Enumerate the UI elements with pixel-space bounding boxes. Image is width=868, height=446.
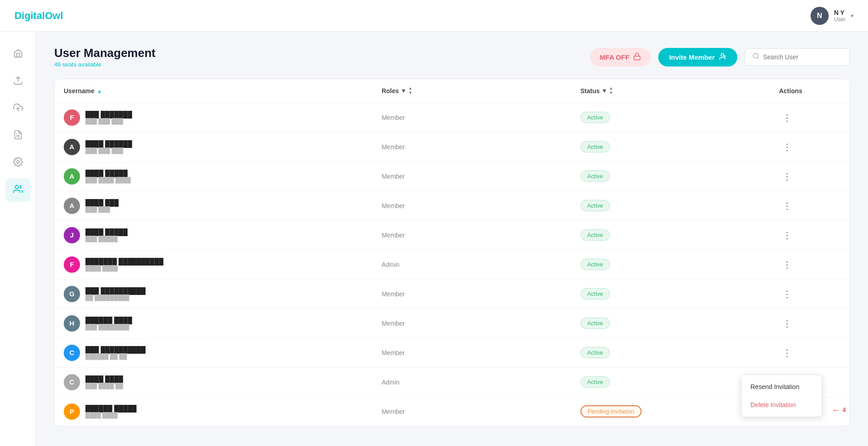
roles-col-header: Roles [382, 87, 399, 95]
user-email: ███ ███ ███ [85, 147, 132, 154]
user-display-name: ████ ███ [85, 199, 118, 206]
status-filter-icon[interactable]: ▼ [601, 87, 607, 94]
logo-part2: Owl [45, 10, 63, 21]
home-icon [13, 48, 23, 61]
user-display-name: ███ ███████ [85, 111, 132, 118]
role-text: Member [382, 173, 405, 180]
top-header: DigitalOwl N N Y User ▾ [0, 0, 868, 32]
user-display-name: ███████ ██████████ [85, 258, 164, 265]
search-input[interactable] [763, 53, 842, 61]
actions-col-header: Actions [779, 87, 802, 95]
actions-dropdown: Resend Invitation Delete Invitation [741, 375, 822, 417]
upload-icon [13, 103, 23, 115]
export-icon [13, 76, 23, 88]
table-row: G ███ ██████████ ██ █████████ Member Act… [55, 279, 849, 308]
chevron-down-icon: ▾ [851, 13, 854, 19]
invite-member-button[interactable]: Invite Member [658, 48, 737, 66]
status-badge: Active [580, 288, 610, 299]
delete-invitation-item[interactable]: Delete Invitation [741, 396, 822, 414]
user-cell: F ███ ███████ ███ ███ ███ [64, 109, 363, 126]
search-box[interactable] [745, 48, 850, 66]
actions-menu-button[interactable]: ⋮ [779, 316, 795, 331]
status-badge: Active [580, 112, 610, 123]
actions-menu-button[interactable]: ⋮ [779, 140, 795, 154]
status-sort-icon[interactable]: ▲▼ [609, 86, 613, 95]
user-display-name: ████ ████ [85, 375, 123, 383]
user-email: ██ █████████ [85, 294, 146, 301]
arrow-number: 4 [842, 406, 846, 413]
sidebar-item-home[interactable] [5, 43, 31, 66]
user-cell: A ████ █████ ███ ████ ████ [64, 168, 363, 185]
actions-menu-button[interactable]: ⋮ [779, 169, 795, 184]
user-name-info: N Y User [834, 9, 845, 23]
avatar: F [64, 256, 80, 273]
document-icon [13, 130, 23, 142]
sidebar-item-users[interactable] [5, 178, 31, 202]
user-cell: F ███████ ██████████ ████ ████ [64, 256, 363, 273]
table-container: Username ▲ Roles ▼ ▲▼ [54, 79, 850, 427]
user-info-cell: ███████ ██████████ ████ ████ [85, 258, 164, 271]
page-title-block: User Management 46 seats available [54, 46, 156, 68]
actions-menu-button[interactable]: ⋮ [779, 346, 795, 360]
table-row: F ███ ███████ ███ ███ ███ Member Active … [55, 103, 849, 132]
table-row: A ████ ███ ███ ███ Member Active ⋮ [55, 191, 849, 220]
status-badge: Active [580, 318, 610, 329]
resend-invitation-item[interactable]: Resend Invitation [741, 378, 822, 396]
role-text: Member [382, 202, 405, 209]
arrow-icon: ← [831, 405, 840, 415]
svg-point-4 [17, 161, 19, 163]
roles-sort-icon[interactable]: ▲▼ [408, 86, 412, 95]
avatar: F [64, 109, 80, 126]
user-display-name: ███ ██████████ [85, 346, 146, 353]
role-text: Member [382, 114, 405, 121]
actions-menu-button[interactable]: ⋮ [779, 228, 795, 242]
actions-menu-button[interactable]: ⋮ [779, 257, 795, 272]
search-icon [752, 52, 760, 62]
user-info-cell: ███ ██████████ ██████ ██ ██ [85, 346, 146, 360]
logo-part1: Digital [14, 10, 45, 21]
avatar: C [64, 374, 80, 390]
actions-menu-button[interactable]: ⋮ [779, 110, 795, 125]
users-table: Username ▲ Roles ▼ ▲▼ [55, 79, 849, 426]
user-cell: A ████ ██████ ███ ███ ███ [64, 139, 363, 155]
sidebar-item-export[interactable] [5, 70, 31, 93]
user-email: ███ ████ ████ [85, 177, 131, 183]
role-text: Admin [382, 379, 400, 386]
user-name: N Y [834, 9, 845, 16]
status-col-header: Status [580, 87, 600, 95]
user-display-name: ████ █████ [85, 228, 127, 236]
user-email: ███ █████ [85, 236, 127, 242]
user-cell: A ████ ███ ███ ███ [64, 198, 363, 214]
username-sort-icon[interactable]: ▲ [97, 88, 102, 94]
sidebar [0, 32, 36, 446]
user-display-name: ██████ █████ [85, 405, 137, 412]
mfa-button[interactable]: MFA OFF [590, 48, 651, 66]
status-badge: Active [580, 200, 610, 211]
page-header: User Management 46 seats available MFA O… [54, 46, 850, 68]
sidebar-item-settings[interactable] [5, 151, 31, 175]
roles-filter-icon[interactable]: ▼ [401, 87, 406, 94]
svg-point-5 [15, 185, 18, 188]
table-row: P ██████ █████ ████ ████ Member Pending … [55, 397, 849, 426]
avatar: A [64, 198, 80, 214]
role-text: Member [382, 290, 405, 298]
sidebar-item-upload[interactable] [5, 97, 31, 120]
user-info-cell: ████ █████ ███ ████ ████ [85, 170, 131, 183]
avatar: C [64, 345, 80, 361]
table-row: F ███████ ██████████ ████ ████ Admin Act… [55, 250, 849, 279]
user-email: ████ ████ [85, 412, 137, 418]
svg-rect-6 [634, 56, 640, 60]
user-menu[interactable]: N N Y User ▾ [811, 7, 854, 25]
role-text: Member [382, 349, 405, 356]
user-email: ███ ████ ██ [85, 383, 123, 389]
user-cell: H ██████ ████ ███ ████████ [64, 315, 363, 332]
avatar: J [64, 227, 80, 243]
table-row: C ███ ██████████ ██████ ██ ██ Member Act… [55, 338, 849, 367]
actions-menu-button[interactable]: ⋮ [779, 199, 795, 213]
actions-menu-button[interactable]: ⋮ [779, 287, 795, 301]
user-display-name: ███ ██████████ [85, 287, 146, 294]
avatar: H [64, 315, 80, 332]
user-cell: C ███ ██████████ ██████ ██ ██ [64, 345, 363, 361]
user-info-cell: ████ ██████ ███ ███ ███ [85, 140, 132, 154]
sidebar-item-documents[interactable] [5, 124, 31, 147]
